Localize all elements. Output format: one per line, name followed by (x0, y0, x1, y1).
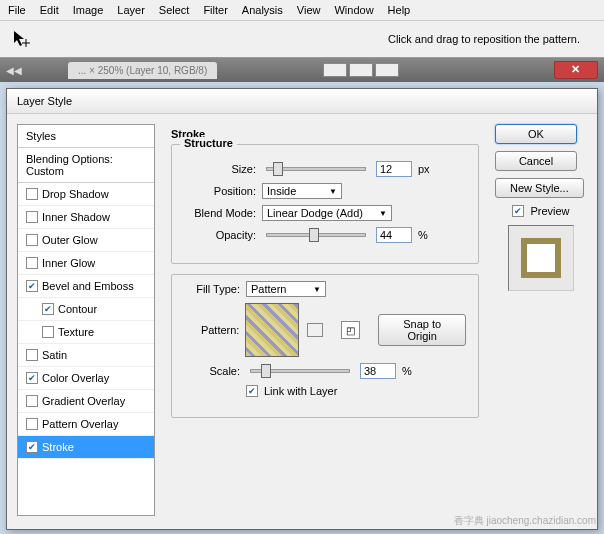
dialog-title: Layer Style (7, 89, 597, 114)
fill-group: Fill Type: Pattern▼ Pattern: ◰ Snap to O… (171, 274, 479, 418)
effect-label: Texture (58, 326, 94, 338)
dialog-buttons: OK Cancel New Style... ✔ Preview (495, 124, 587, 516)
effect-label: Drop Shadow (42, 188, 109, 200)
effect-label: Contour (58, 303, 97, 315)
opacity-label: Opacity: (184, 229, 256, 241)
pattern-swatch[interactable] (245, 303, 298, 357)
size-input[interactable] (376, 161, 412, 177)
effect-checkbox[interactable] (26, 418, 38, 430)
effect-label: Bevel and Emboss (42, 280, 134, 292)
effect-checkbox[interactable] (26, 188, 38, 200)
document-tab[interactable]: ... × 250% (Layer 10, RGB/8) (68, 62, 217, 79)
blendmode-combo[interactable]: Linear Dodge (Add)▼ (262, 205, 392, 221)
effect-checkbox[interactable] (26, 234, 38, 246)
tab-scroll-left-icon[interactable]: ◀◀ (6, 65, 22, 76)
structure-group: Structure Size: px Position: Inside▼ Ble… (171, 144, 479, 264)
menu-bar: File Edit Image Layer Select Filter Anal… (0, 0, 604, 21)
effect-checkbox[interactable]: ✔ (26, 372, 38, 384)
window-maximize-icon[interactable] (349, 63, 373, 77)
effect-row-satin[interactable]: Satin (18, 344, 154, 367)
link-with-layer-checkbox[interactable]: ✔ (246, 385, 258, 397)
effect-row-color-overlay[interactable]: ✔Color Overlay (18, 367, 154, 390)
chevron-down-icon: ▼ (329, 187, 337, 196)
effect-row-outer-glow[interactable]: Outer Glow (18, 229, 154, 252)
menu-edit[interactable]: Edit (40, 4, 59, 16)
snap-to-origin-button[interactable]: Snap to Origin (378, 314, 466, 346)
panel-close-button[interactable]: ✕ (554, 61, 598, 79)
menu-file[interactable]: File (8, 4, 26, 16)
opacity-input[interactable] (376, 227, 412, 243)
chevron-down-icon: ▼ (379, 209, 387, 218)
preview-thumbnail (508, 225, 574, 291)
effect-label: Gradient Overlay (42, 395, 125, 407)
layer-style-dialog: Layer Style Styles Blending Options: Cus… (6, 88, 598, 530)
size-slider[interactable] (266, 167, 366, 171)
effect-row-inner-glow[interactable]: Inner Glow (18, 252, 154, 275)
pattern-picker-button[interactable] (307, 323, 323, 337)
effect-checkbox[interactable]: ✔ (26, 441, 38, 453)
size-label: Size: (184, 163, 256, 175)
scale-input[interactable] (360, 363, 396, 379)
filltype-label: Fill Type: (184, 283, 240, 295)
menu-window[interactable]: Window (334, 4, 373, 16)
chevron-down-icon: ▼ (313, 285, 321, 294)
effect-label: Outer Glow (42, 234, 98, 246)
effect-row-texture[interactable]: Texture (18, 321, 154, 344)
effect-row-contour[interactable]: ✔Contour (18, 298, 154, 321)
window-minimize-icon[interactable] (323, 63, 347, 77)
cancel-button[interactable]: Cancel (495, 151, 577, 171)
menu-layer[interactable]: Layer (117, 4, 145, 16)
filltype-combo[interactable]: Pattern▼ (246, 281, 326, 297)
menu-image[interactable]: Image (73, 4, 104, 16)
new-preset-icon[interactable]: ◰ (341, 321, 361, 339)
menu-view[interactable]: View (297, 4, 321, 16)
effect-row-pattern-overlay[interactable]: Pattern Overlay (18, 413, 154, 436)
effect-checkbox[interactable] (26, 395, 38, 407)
document-tab-bar: ◀◀ ... × 250% (Layer 10, RGB/8) ✕ (0, 58, 604, 82)
opacity-slider[interactable] (266, 233, 366, 237)
watermark: 香字典 jiaocheng.chazidian.com (454, 514, 596, 528)
effect-row-stroke[interactable]: ✔Stroke (18, 436, 154, 459)
effect-label: Color Overlay (42, 372, 109, 384)
effect-label: Satin (42, 349, 67, 361)
structure-title: Structure (180, 137, 237, 149)
scale-label: Scale: (184, 365, 240, 377)
ok-button[interactable]: OK (495, 124, 577, 144)
menu-analysis[interactable]: Analysis (242, 4, 283, 16)
effect-label: Inner Shadow (42, 211, 110, 223)
pattern-label: Pattern: (184, 324, 239, 336)
position-label: Position: (184, 185, 256, 197)
blending-options-row[interactable]: Blending Options: Custom (18, 148, 154, 183)
effect-row-bevel-and-emboss[interactable]: ✔Bevel and Emboss (18, 275, 154, 298)
toolbar-hint: Click and drag to reposition the pattern… (388, 33, 580, 45)
effect-label: Pattern Overlay (42, 418, 118, 430)
window-close-icon[interactable] (375, 63, 399, 77)
link-with-layer-label: Link with Layer (264, 385, 337, 397)
effect-checkbox[interactable] (26, 349, 38, 361)
effect-label: Inner Glow (42, 257, 95, 269)
styles-header[interactable]: Styles (18, 125, 154, 148)
effect-row-gradient-overlay[interactable]: Gradient Overlay (18, 390, 154, 413)
effect-checkbox[interactable]: ✔ (42, 303, 54, 315)
effect-checkbox[interactable]: ✔ (26, 280, 38, 292)
menu-filter[interactable]: Filter (203, 4, 227, 16)
preview-checkbox[interactable]: ✔ (512, 205, 524, 217)
menu-select[interactable]: Select (159, 4, 190, 16)
effect-row-inner-shadow[interactable]: Inner Shadow (18, 206, 154, 229)
new-style-button[interactable]: New Style... (495, 178, 584, 198)
effect-checkbox[interactable] (42, 326, 54, 338)
move-tool-icon[interactable] (12, 29, 36, 49)
styles-list: Styles Blending Options: Custom Drop Sha… (17, 124, 155, 516)
effect-label: Stroke (42, 441, 74, 453)
menu-help[interactable]: Help (388, 4, 411, 16)
preview-label: Preview (530, 205, 569, 217)
position-combo[interactable]: Inside▼ (262, 183, 342, 199)
effect-checkbox[interactable] (26, 257, 38, 269)
effect-row-drop-shadow[interactable]: Drop Shadow (18, 183, 154, 206)
scale-slider[interactable] (250, 369, 350, 373)
effect-checkbox[interactable] (26, 211, 38, 223)
blendmode-label: Blend Mode: (184, 207, 256, 219)
stroke-panel: Stroke Structure Size: px Position: Insi… (163, 124, 487, 516)
scale-unit: % (402, 365, 412, 377)
size-unit: px (418, 163, 430, 175)
